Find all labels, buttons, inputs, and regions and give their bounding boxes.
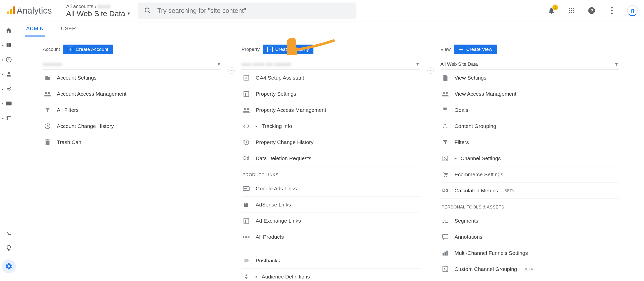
- conversions-icon[interactable]: ▸: [5, 115, 12, 122]
- admin-item[interactable]: Content Grouping: [440, 118, 619, 134]
- svg-point-13: [573, 12, 574, 13]
- help-button[interactable]: ?: [587, 6, 597, 16]
- postback-icon: [243, 257, 250, 264]
- breadcrumb-top: All accounts: [66, 4, 93, 9]
- admin-item[interactable]: All Filters: [43, 102, 221, 118]
- account-column: Account +Create Account xxxxxxxx▼ Accoun…: [33, 45, 231, 281]
- tab-admin[interactable]: ADMIN: [25, 25, 45, 37]
- channel-icon: [441, 155, 449, 162]
- history-icon: [243, 138, 250, 146]
- svg-rect-0: [7, 11, 9, 14]
- item-label: Segments: [455, 218, 478, 224]
- search-icon: [144, 7, 151, 14]
- discover-icon[interactable]: [5, 245, 12, 252]
- cart-icon: [441, 171, 449, 178]
- view-selector[interactable]: All Web Site Data▼: [440, 59, 619, 70]
- item-label: Ecommerce Settings: [455, 171, 503, 178]
- account-selector[interactable]: xxxxxxxx▼: [43, 59, 221, 70]
- admin-item[interactable]: Custom Channel GroupingBETA: [440, 261, 619, 277]
- admin-item[interactable]: AdSense Links: [242, 197, 420, 213]
- admin-item[interactable]: Account Settings: [43, 70, 221, 86]
- admin-item[interactable]: Property Change History: [242, 134, 420, 150]
- attribution-icon[interactable]: [5, 230, 12, 237]
- svg-point-3: [145, 8, 149, 12]
- admin-item[interactable]: Property Access Management: [242, 102, 420, 118]
- header-actions: 1 ? n: [546, 5, 638, 16]
- admin-item[interactable]: Google Ads Links: [242, 181, 420, 197]
- apps-button[interactable]: [567, 6, 577, 16]
- admin-item[interactable]: Ecommerce Settings: [440, 166, 619, 183]
- property-label: Property: [242, 47, 260, 52]
- realtime-icon[interactable]: ▸: [5, 56, 12, 63]
- item-label: Property Settings: [256, 91, 296, 97]
- svg-rect-34: [46, 140, 49, 145]
- audience-icon[interactable]: ▸: [5, 71, 12, 78]
- item-label: Filters: [455, 139, 469, 145]
- ads-icon: [243, 185, 250, 192]
- create-view-button[interactable]: +Create View: [454, 45, 497, 54]
- account-switcher[interactable]: All accounts › xxxxx All Web Site Data▼: [66, 4, 131, 18]
- tabs: ADMIN USER: [18, 21, 644, 37]
- svg-rect-71: [444, 252, 446, 255]
- behavior-icon[interactable]: ▸: [5, 100, 12, 107]
- svg-point-57: [444, 124, 446, 125]
- admin-item[interactable]: Filters: [440, 134, 619, 150]
- view-column: View +Create View All Web Site Data▼ Vie…: [430, 45, 629, 281]
- admin-item[interactable]: All Products: [242, 229, 420, 245]
- analytics-logo-icon: [6, 6, 16, 15]
- admin-item[interactable]: Postbacks: [242, 253, 420, 269]
- admin-item[interactable]: Ad Exchange Links: [242, 213, 420, 229]
- dashboard-icon[interactable]: ▸: [5, 42, 12, 49]
- property-selector[interactable]: xxxx xxxxx xxx xxxxxxx▼: [242, 59, 420, 70]
- svg-rect-2: [13, 6, 15, 14]
- admin-item[interactable]: Goals: [440, 102, 619, 118]
- admin-item[interactable]: Custom Alerts: [440, 277, 619, 281]
- notifications-button[interactable]: 1: [546, 6, 556, 16]
- admin-item[interactable]: View Settings: [440, 70, 619, 86]
- property-column: Property +Create Property xxxx xxxxx xxx…: [231, 45, 430, 281]
- product-links-header: PRODUCT LINKS: [242, 166, 420, 181]
- logo[interactable]: Analytics: [6, 6, 52, 16]
- filter-icon: [441, 138, 449, 146]
- tab-user[interactable]: USER: [60, 25, 77, 37]
- home-icon[interactable]: [5, 27, 12, 34]
- beta-badge: BETA: [524, 267, 533, 271]
- segments-icon: [441, 217, 449, 225]
- svg-point-18: [611, 13, 613, 14]
- admin-item[interactable]: GA4 Setup Assistant: [242, 70, 420, 86]
- admin-item[interactable]: Account Access Management: [43, 86, 221, 102]
- admin-item[interactable]: ▸Audience Definitions: [242, 269, 420, 281]
- admin-item[interactable]: Multi-Channel Funnels Settings: [440, 245, 619, 261]
- admin-item[interactable]: Account Change History: [43, 118, 221, 134]
- create-account-button[interactable]: +Create Account: [63, 45, 113, 54]
- admin-item[interactable]: Property Settings: [242, 86, 420, 102]
- more-button[interactable]: [607, 6, 617, 16]
- svg-point-59: [446, 127, 447, 128]
- admin-item[interactable]: Segments: [440, 213, 619, 229]
- admin-item[interactable]: DdData Deletion Requests: [242, 150, 420, 166]
- svg-point-7: [573, 8, 574, 9]
- admin-item[interactable]: Trash Can: [43, 134, 221, 150]
- item-label: Annotations: [455, 234, 482, 240]
- acquisition-icon[interactable]: ▸: [5, 85, 12, 92]
- avatar[interactable]: n: [627, 5, 638, 16]
- search-input[interactable]: [157, 7, 350, 15]
- admin-item[interactable]: ▸Channel Settings: [440, 150, 619, 166]
- dd-icon: Dd: [243, 155, 250, 162]
- admin-item[interactable]: View Access Management: [440, 86, 619, 102]
- svg-rect-48: [245, 206, 248, 206]
- svg-rect-20: [9, 43, 11, 44]
- item-label: Custom Channel Grouping: [455, 266, 517, 272]
- create-property-button[interactable]: +Create Property: [263, 45, 313, 54]
- admin-item[interactable]: Annotations: [440, 229, 619, 245]
- account-label: Account: [43, 47, 60, 52]
- admin-item[interactable]: ▸Tracking Info: [242, 118, 420, 134]
- svg-point-55: [443, 92, 445, 94]
- admin-icon[interactable]: [2, 259, 16, 273]
- item-label: Channel Settings: [461, 155, 501, 161]
- admin-item[interactable]: DdCalculated MetricsBETA: [440, 183, 619, 199]
- search-bar[interactable]: [138, 3, 356, 19]
- item-label: AdSense Links: [256, 202, 291, 208]
- svg-rect-28: [45, 76, 48, 80]
- personal-tools-header: PERSONAL TOOLS & ASSETS: [440, 199, 619, 213]
